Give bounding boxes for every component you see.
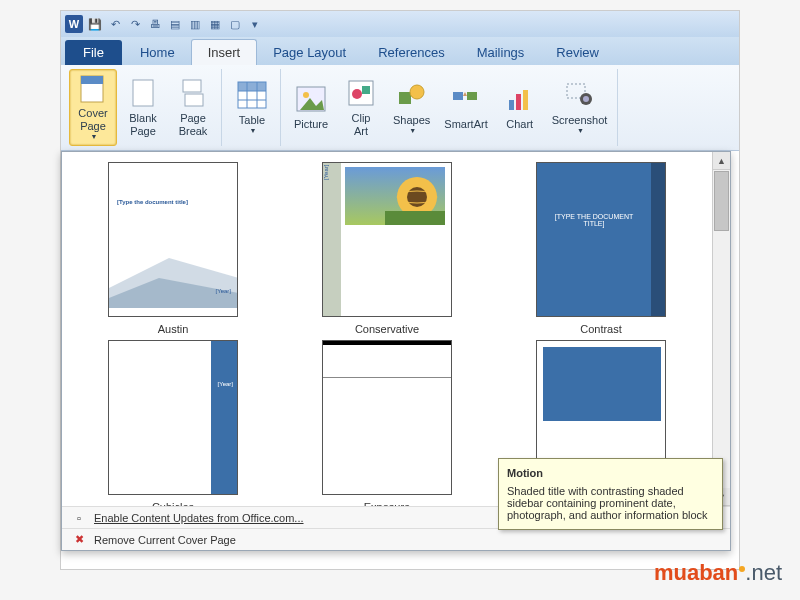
print-icon[interactable]: 🖶: [147, 16, 163, 32]
qat-more-icon[interactable]: ▾: [247, 16, 263, 32]
chart-button[interactable]: Chart: [496, 69, 544, 146]
blank-page-label: Blank Page: [129, 112, 157, 138]
svg-rect-3: [183, 80, 201, 92]
menu-remove-cover[interactable]: ✖ Remove Current Cover Page: [62, 528, 730, 550]
template-exposure[interactable]: Exposure: [280, 336, 494, 506]
table-button[interactable]: Table▼: [228, 69, 276, 146]
placeholder-text: [TYPE THE DOCUMENT TITLE]: [549, 213, 639, 227]
picture-button[interactable]: Picture: [287, 69, 335, 146]
tooltip-body: Shaded title with contrasting shaded sid…: [507, 485, 714, 521]
template-label: Conservative: [355, 323, 419, 335]
svg-rect-4: [185, 94, 203, 106]
template-conservative[interactable]: [Year] Conservative: [280, 158, 494, 336]
picture-icon: [295, 83, 327, 115]
svg-rect-23: [516, 94, 521, 110]
svg-rect-1: [81, 76, 103, 84]
cover-page-button[interactable]: Cover Page▼: [69, 69, 117, 146]
template-cubicles[interactable]: [Year] Cubicles: [66, 336, 280, 506]
placeholder-year: [Year]: [218, 381, 233, 387]
gallery-scrollbar[interactable]: ▲ ▼: [712, 152, 730, 506]
redo-icon[interactable]: ↷: [127, 16, 143, 32]
svg-rect-2: [133, 80, 153, 106]
clip-art-button[interactable]: Clip Art: [337, 69, 385, 146]
svg-rect-16: [362, 86, 370, 94]
template-label: Cubicles: [152, 501, 194, 506]
clip-art-icon: [345, 77, 377, 109]
chevron-down-icon: ▼: [250, 127, 257, 135]
chart-icon: [504, 83, 536, 115]
menu-enable-label: Enable Content Updates from Office.com..…: [94, 512, 304, 524]
template-label: Contrast: [580, 323, 622, 335]
chevron-down-icon: ▼: [91, 133, 98, 141]
template-contrast[interactable]: [TYPE THE DOCUMENT TITLE] Contrast: [494, 158, 708, 336]
template-label: Exposure: [364, 501, 410, 506]
shapes-icon: [396, 79, 428, 111]
scroll-thumb[interactable]: [714, 171, 729, 231]
save-icon[interactable]: 💾: [87, 16, 103, 32]
file-tab[interactable]: File: [65, 40, 122, 65]
blank-page-button[interactable]: Blank Page: [119, 69, 167, 146]
scroll-up-icon[interactable]: ▲: [713, 152, 730, 170]
svg-rect-20: [467, 92, 477, 100]
open-icon[interactable]: ▥: [187, 16, 203, 32]
page-break-icon: [177, 77, 209, 109]
svg-rect-22: [509, 100, 514, 110]
svg-point-15: [352, 89, 362, 99]
gallery-grid: [Type the document title] [Year] Austin …: [62, 152, 712, 506]
ribbon: Cover Page▼ Blank Page Page Break Table▼…: [61, 65, 739, 151]
watermark: muaban.net: [654, 560, 782, 586]
title-bar: W 💾 ↶ ↷ 🖶 ▤ ▥ ▦ ▢ ▾: [61, 11, 739, 37]
smartart-label: SmartArt: [444, 118, 487, 131]
svg-point-27: [583, 96, 589, 102]
word-app-icon: W: [65, 15, 83, 33]
pages-group: Cover Page▼ Blank Page Page Break: [65, 69, 222, 146]
illustrations-group: Picture Clip Art Shapes▼ SmartArt Chart …: [283, 69, 618, 146]
svg-rect-24: [523, 90, 528, 110]
watermark-suffix: .net: [745, 560, 782, 585]
svg-point-31: [407, 187, 427, 207]
tab-home[interactable]: Home: [124, 40, 191, 65]
svg-rect-19: [453, 92, 463, 100]
page-break-label: Page Break: [179, 112, 208, 138]
tab-review[interactable]: Review: [540, 40, 615, 65]
tab-page-layout[interactable]: Page Layout: [257, 40, 362, 65]
svg-rect-17: [399, 92, 411, 104]
placeholder-text: [Type the document title]: [117, 199, 188, 205]
smartart-icon: [450, 83, 482, 115]
cover-page-icon: [77, 74, 109, 104]
screenshot-icon: [564, 79, 596, 111]
placeholder-year: [Year]: [216, 288, 231, 294]
template-austin[interactable]: [Type the document title] [Year] Austin: [66, 158, 280, 336]
cover-page-label: Cover Page: [78, 107, 107, 133]
chevron-down-icon: ▼: [577, 127, 584, 135]
chevron-down-icon: ▼: [409, 127, 416, 135]
table-label: Table: [239, 114, 265, 127]
smartart-button[interactable]: SmartArt: [438, 69, 493, 146]
table-grid-icon: [236, 79, 268, 111]
watermark-brand: muaban: [654, 560, 738, 585]
svg-point-18: [410, 85, 424, 99]
preview-icon[interactable]: ▦: [207, 16, 223, 32]
screenshot-button[interactable]: Screenshot▼: [546, 69, 614, 146]
placeholder-year: [Year]: [323, 165, 329, 180]
clip-art-label: Clip Art: [352, 112, 371, 138]
tab-insert[interactable]: Insert: [191, 39, 258, 65]
tables-group: Table▼: [224, 69, 281, 146]
svg-point-12: [303, 92, 309, 98]
shapes-button[interactable]: Shapes▼: [387, 69, 436, 146]
picture-label: Picture: [294, 118, 328, 131]
screenshot-label: Screenshot: [552, 114, 608, 127]
ribbon-tabs: File Home Insert Page Layout References …: [61, 37, 739, 65]
new-doc-icon[interactable]: ▤: [167, 16, 183, 32]
tooltip-title: Motion: [507, 467, 714, 479]
tab-references[interactable]: References: [362, 40, 460, 65]
template-label: Austin: [158, 323, 189, 335]
tab-mailings[interactable]: Mailings: [461, 40, 541, 65]
shapes-label: Shapes: [393, 114, 430, 127]
svg-rect-33: [385, 211, 445, 225]
page-break-button[interactable]: Page Break: [169, 69, 217, 146]
office-icon: ▫: [72, 511, 86, 525]
undo-icon[interactable]: ↶: [107, 16, 123, 32]
table-icon[interactable]: ▢: [227, 16, 243, 32]
tooltip: Motion Shaded title with contrasting sha…: [498, 458, 723, 530]
